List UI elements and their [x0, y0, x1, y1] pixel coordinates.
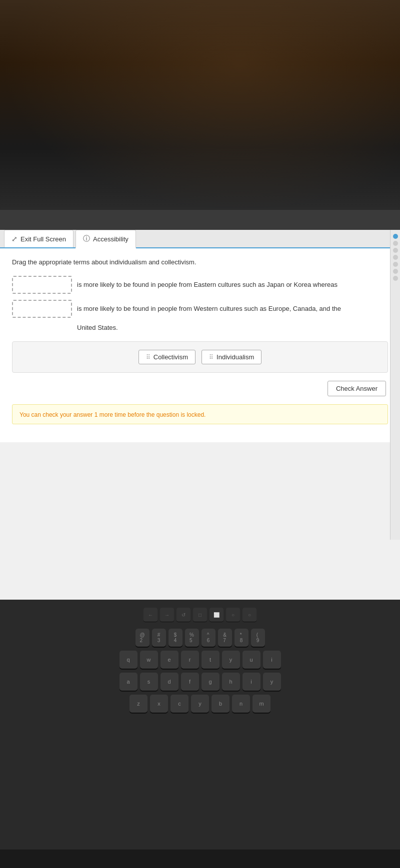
- empty-space: [0, 540, 400, 600]
- key-y3[interactable]: y: [191, 695, 209, 713]
- fullscreen-exit-icon: ⤢: [12, 235, 18, 243]
- key-i2[interactable]: i: [242, 673, 260, 691]
- individualism-label: Individualism: [216, 353, 254, 361]
- sidebar-indicator: [393, 234, 398, 239]
- tab-toolbar: ⤢ Exit Full Screen ⓘ Accessibility: [0, 230, 400, 248]
- sidebar-indicator: [393, 241, 398, 246]
- key-d[interactable]: d: [160, 673, 178, 691]
- key-h[interactable]: h: [222, 673, 240, 691]
- sidebar-indicator: [393, 262, 398, 267]
- key-forward[interactable]: →: [160, 608, 174, 622]
- keyboard-nav-row: ← → ↺ □ ⬜ ○ ○: [4, 608, 396, 622]
- exit-fullscreen-tab[interactable]: ⤢ Exit Full Screen: [4, 230, 74, 247]
- key-r[interactable]: r: [181, 651, 199, 669]
- drag-handle-icon: ⠿: [209, 354, 214, 361]
- key-e[interactable]: e: [160, 651, 178, 669]
- keyboard-zxcv-row: z x c y b n m: [4, 695, 396, 713]
- collectivism-label: Collectivism: [154, 353, 188, 361]
- sidebar-indicator: [393, 269, 398, 274]
- key-w[interactable]: w: [140, 651, 158, 669]
- sidebar-indicator: [393, 248, 398, 253]
- key-g[interactable]: g: [202, 673, 220, 691]
- continuation-text: United States.: [12, 324, 388, 331]
- keyboard-number-row: @2 #3 $4 %5 ^6 &7 *8 (9: [4, 629, 396, 647]
- background-photo-area: [0, 0, 400, 210]
- info-message-text: You can check your answer 1 more time be…: [20, 411, 206, 418]
- drop-zone-2[interactable]: [12, 300, 72, 318]
- drop-zone-2-text: is more likely to be found in people fro…: [77, 304, 341, 313]
- key-y[interactable]: y: [222, 651, 240, 669]
- exit-fullscreen-label: Exit Full Screen: [20, 235, 66, 243]
- accessibility-label: Accessibility: [93, 235, 128, 243]
- key-u[interactable]: u: [242, 651, 260, 669]
- key-x[interactable]: x: [150, 695, 168, 713]
- key-n[interactable]: n: [232, 695, 250, 713]
- key-screen[interactable]: ⬜: [210, 608, 224, 622]
- info-message-box: You can check your answer 1 more time be…: [12, 404, 388, 424]
- accessibility-tab[interactable]: ⓘ Accessibility: [76, 230, 136, 248]
- keyboard-qwerty-row: q w e r t y u i: [4, 651, 396, 669]
- drop-zone-row-1: is more likely to be found in people fro…: [12, 276, 388, 294]
- drag-handle-icon: ⠿: [146, 354, 150, 361]
- question-instruction: Drag the appropriate terms about individ…: [12, 258, 388, 266]
- key-square[interactable]: □: [193, 608, 207, 622]
- key-circle1[interactable]: ○: [226, 608, 240, 622]
- question-container: Drag the appropriate terms about individ…: [0, 248, 400, 442]
- keyboard: ← → ↺ □ ⬜ ○ ○ @2 #3 $4 %5 ^6 &7 *8 (9 q …: [0, 600, 400, 850]
- key-6[interactable]: ^6: [202, 629, 216, 647]
- drag-item-collectivism[interactable]: ⠿ Collectivism: [138, 350, 196, 364]
- key-c[interactable]: c: [170, 695, 188, 713]
- right-sidebar: [390, 230, 400, 540]
- key-8[interactable]: *8: [234, 629, 248, 647]
- key-z[interactable]: z: [130, 695, 148, 713]
- key-b[interactable]: b: [212, 695, 230, 713]
- drag-item-individualism[interactable]: ⠿ Individualism: [202, 350, 262, 364]
- key-i[interactable]: i: [263, 651, 281, 669]
- sidebar-indicator: [393, 276, 398, 281]
- key-circle2[interactable]: ○: [242, 608, 256, 622]
- key-9[interactable]: (9: [251, 629, 265, 647]
- drop-zone-1[interactable]: [12, 276, 72, 294]
- key-m[interactable]: m: [252, 695, 270, 713]
- key-refresh[interactable]: ↺: [176, 608, 190, 622]
- key-f[interactable]: f: [181, 673, 199, 691]
- check-answer-row: Check Answer: [12, 381, 388, 404]
- drop-zone-1-text: is more likely to be found in people fro…: [77, 280, 338, 289]
- main-content-area: ⤢ Exit Full Screen ⓘ Accessibility Drag …: [0, 230, 400, 540]
- drop-zone-row-2: is more likely to be found in people fro…: [12, 300, 388, 318]
- sidebar-indicator: [393, 255, 398, 260]
- key-y2[interactable]: y: [263, 673, 281, 691]
- key-3[interactable]: #3: [152, 629, 166, 647]
- key-2[interactable]: @2: [136, 629, 150, 647]
- browser-toolbar: [0, 210, 400, 230]
- key-back[interactable]: ←: [144, 608, 158, 622]
- drag-items-area: ⠿ Collectivism ⠿ Individualism: [12, 341, 388, 373]
- key-7[interactable]: &7: [218, 629, 232, 647]
- key-s[interactable]: s: [140, 673, 158, 691]
- key-5[interactable]: %5: [185, 629, 199, 647]
- key-t[interactable]: t: [202, 651, 220, 669]
- check-answer-button[interactable]: Check Answer: [328, 381, 386, 396]
- key-4[interactable]: $4: [168, 629, 182, 647]
- accessibility-icon: ⓘ: [83, 234, 90, 243]
- keyboard-asdf-row: a s d f g h i y: [4, 673, 396, 691]
- key-q[interactable]: q: [120, 651, 138, 669]
- key-a[interactable]: a: [120, 673, 138, 691]
